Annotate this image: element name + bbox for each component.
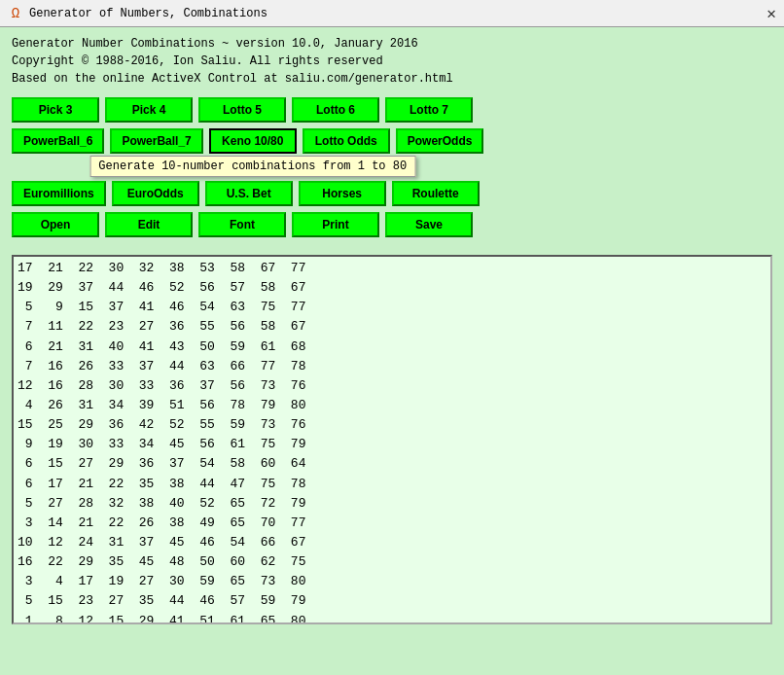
euro-odds-button[interactable]: EuroOdds: [112, 181, 199, 206]
header-line3: Based on the online ActiveX Control at s…: [12, 70, 772, 88]
font-button[interactable]: Font: [198, 212, 286, 237]
buttons-area: Pick 3 Pick 4 Lotto 5 Lotto 6 Lotto 7 Po…: [0, 91, 784, 249]
tooltip-box: Generate 10-number combinations from 1 t…: [89, 156, 415, 177]
pick4-button[interactable]: Pick 4: [105, 97, 193, 123]
powerball6-button[interactable]: PowerBall_6: [12, 128, 104, 154]
header-line1: Generator Number Combinations ~ version …: [12, 35, 772, 53]
app-icon: Ω: [8, 6, 23, 21]
button-row-3: Euromillions EuroOdds U.S. Bet Horses Ro…: [12, 181, 772, 206]
open-button[interactable]: Open: [12, 212, 99, 237]
button-row-2: PowerBall_6 PowerBall_7 Keno 10/80 Gener…: [12, 128, 772, 154]
keno-tooltip-wrapper: Keno 10/80 Generate 10-number combinatio…: [209, 128, 297, 154]
edit-button[interactable]: Edit: [105, 212, 193, 237]
window-title: Generator of Numbers, Combinations: [29, 7, 267, 20]
header-line2: Copyright © 1988-2016, Ion Saliu. All ri…: [12, 53, 772, 70]
keno10-button[interactable]: Keno 10/80: [209, 128, 297, 154]
app-header: Generator Number Combinations ~ version …: [0, 27, 784, 91]
data-area[interactable]: 17 21 22 30 32 38 53 58 67 77 19 29 37 4…: [12, 255, 772, 624]
title-bar-left: Ω Generator of Numbers, Combinations: [8, 6, 267, 21]
euromillions-button[interactable]: Euromillions: [12, 181, 106, 206]
pick3-button[interactable]: Pick 3: [12, 97, 99, 123]
close-button[interactable]: ✕: [766, 4, 776, 23]
lotto5-button[interactable]: Lotto 5: [198, 97, 286, 123]
us-bet-button[interactable]: U.S. Bet: [205, 181, 293, 206]
save-button[interactable]: Save: [385, 212, 473, 237]
horses-button[interactable]: Horses: [299, 181, 386, 206]
title-bar: Ω Generator of Numbers, Combinations ✕: [0, 0, 784, 27]
roulette-button[interactable]: Roulette: [392, 181, 480, 206]
lotto7-button[interactable]: Lotto 7: [385, 97, 473, 123]
data-table: 17 21 22 30 32 38 53 58 67 77 19 29 37 4…: [14, 257, 770, 624]
lotto6-button[interactable]: Lotto 6: [292, 97, 379, 123]
powerball7-button[interactable]: PowerBall_7: [110, 128, 202, 154]
button-row-4: Open Edit Font Print Save: [12, 212, 772, 237]
button-row-1: Pick 3 Pick 4 Lotto 5 Lotto 6 Lotto 7: [12, 97, 772, 123]
lotto-odds-button[interactable]: Lotto Odds: [303, 128, 390, 154]
print-button[interactable]: Print: [292, 212, 379, 237]
powerodds-button[interactable]: PowerOdds: [396, 128, 484, 154]
